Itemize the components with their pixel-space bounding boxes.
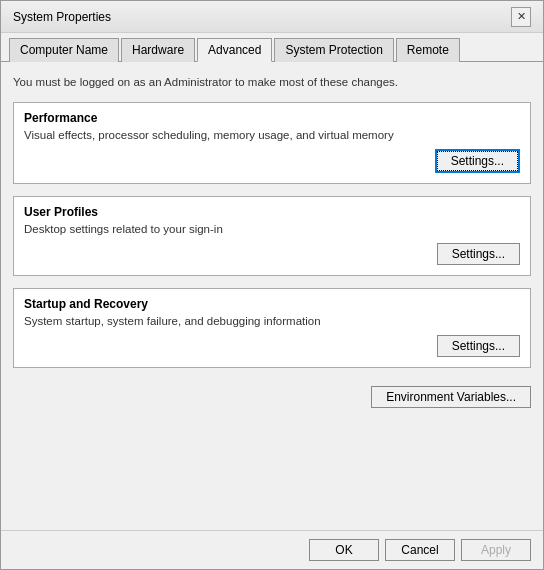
performance-section: Performance Visual effects, processor sc…	[13, 102, 531, 184]
ok-button[interactable]: OK	[309, 539, 379, 561]
apply-button[interactable]: Apply	[461, 539, 531, 561]
tab-content: You must be logged on as an Administrato…	[1, 62, 543, 530]
startup-recovery-section: Startup and Recovery System startup, sys…	[13, 288, 531, 368]
startup-recovery-title: Startup and Recovery	[24, 297, 520, 311]
tab-system-protection[interactable]: System Protection	[274, 38, 393, 62]
admin-notice: You must be logged on as an Administrato…	[13, 72, 531, 94]
startup-recovery-description: System startup, system failure, and debu…	[24, 315, 520, 327]
system-properties-window: System Properties ✕ Computer Name Hardwa…	[0, 0, 544, 570]
tab-computer-name[interactable]: Computer Name	[9, 38, 119, 62]
performance-description: Visual effects, processor scheduling, me…	[24, 129, 520, 141]
performance-title: Performance	[24, 111, 520, 125]
user-profiles-btn-row: Settings...	[24, 243, 520, 265]
startup-recovery-btn-row: Settings...	[24, 335, 520, 357]
user-profiles-description: Desktop settings related to your sign-in	[24, 223, 520, 235]
environment-variables-row: Environment Variables...	[13, 380, 531, 412]
user-profiles-title: User Profiles	[24, 205, 520, 219]
tab-hardware[interactable]: Hardware	[121, 38, 195, 62]
tabs-bar: Computer Name Hardware Advanced System P…	[1, 33, 543, 62]
tab-advanced[interactable]: Advanced	[197, 38, 272, 62]
user-profiles-section: User Profiles Desktop settings related t…	[13, 196, 531, 276]
environment-variables-button[interactable]: Environment Variables...	[371, 386, 531, 408]
footer: OK Cancel Apply	[1, 530, 543, 569]
tab-remote[interactable]: Remote	[396, 38, 460, 62]
performance-settings-button[interactable]: Settings...	[435, 149, 520, 173]
close-button[interactable]: ✕	[511, 7, 531, 27]
close-icon: ✕	[517, 10, 526, 23]
cancel-button[interactable]: Cancel	[385, 539, 455, 561]
startup-recovery-settings-button[interactable]: Settings...	[437, 335, 520, 357]
performance-btn-row: Settings...	[24, 149, 520, 173]
user-profiles-settings-button[interactable]: Settings...	[437, 243, 520, 265]
title-bar: System Properties ✕	[1, 1, 543, 33]
window-title: System Properties	[13, 10, 111, 24]
